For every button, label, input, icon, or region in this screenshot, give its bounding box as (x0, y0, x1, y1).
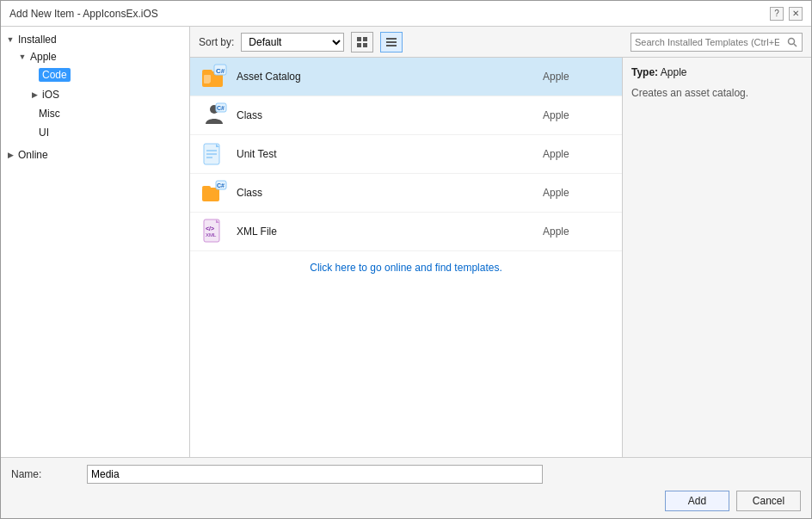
template-name: XML File (237, 226, 543, 238)
template-row[interactable]: Unit Test Apple (190, 135, 622, 174)
action-row: Add Cancel (11, 491, 801, 511)
template-content: C# Asset Catalog Apple (190, 58, 811, 457)
template-icon-unit-test (200, 140, 228, 168)
template-icon-class1: C# (200, 102, 228, 129)
installed-label: Installed (18, 34, 57, 46)
svg-rect-13 (204, 75, 211, 83)
template-name: Class (237, 187, 543, 199)
svg-line-8 (794, 44, 797, 46)
add-button[interactable]: Add (665, 491, 729, 511)
close-button[interactable]: ✕ (789, 7, 803, 21)
svg-text:XML: XML (206, 232, 217, 238)
name-input[interactable] (87, 465, 543, 484)
right-panel-description: Creates an asset catalog. (631, 85, 803, 101)
title-controls: ? ✕ (770, 7, 803, 21)
list-icon (385, 36, 397, 48)
svg-text:C#: C# (217, 105, 225, 111)
sidebar-item-ios[interactable]: ▶ iOS (25, 85, 189, 104)
svg-text:C#: C# (217, 182, 225, 188)
right-panel: Type: Apple Creates an asset catalog. (622, 58, 811, 457)
sidebar: ▼ Installed ▼ Apple Code (1, 27, 190, 457)
template-row[interactable]: C# Class Apple (190, 96, 622, 135)
grid-icon (356, 36, 368, 48)
ios-label: iOS (42, 89, 59, 101)
apple-children: Code ▶ iOS Misc (25, 65, 189, 142)
svg-text:</>: </> (206, 226, 214, 232)
apple-toggle: ▼ (16, 51, 28, 63)
sidebar-item-code[interactable]: Code (25, 65, 189, 85)
help-button[interactable]: ? (770, 7, 784, 21)
sidebar-item-misc[interactable]: Misc (25, 104, 189, 123)
title-bar: Add New Item - AppIconsEx.iOS ? ✕ (1, 1, 811, 27)
name-label: Name: (11, 468, 80, 480)
svg-rect-4 (386, 38, 397, 40)
dialog-body: ▼ Installed ▼ Apple Code (1, 27, 811, 457)
installed-toggle: ▼ (4, 34, 16, 46)
template-row[interactable]: C# Asset Catalog Apple (190, 58, 622, 96)
template-row[interactable]: </> XML XML File Apple (190, 213, 622, 251)
svg-rect-6 (386, 45, 397, 46)
svg-rect-0 (357, 37, 361, 41)
ui-label: UI (39, 127, 49, 139)
svg-rect-1 (363, 37, 367, 41)
misc-label: Misc (39, 108, 60, 120)
template-source: Apple (543, 71, 612, 83)
search-icon[interactable] (783, 33, 802, 52)
svg-rect-23 (202, 188, 219, 201)
apple-label: Apple (30, 51, 57, 63)
sidebar-item-apple[interactable]: ▼ Apple Code ▶ (13, 47, 189, 144)
svg-rect-24 (202, 186, 211, 189)
right-panel-type: Type: Apple (631, 66, 803, 78)
sidebar-item-online[interactable]: ▶ Online (1, 145, 189, 164)
svg-rect-5 (386, 41, 397, 43)
template-source: Apple (543, 187, 612, 199)
svg-rect-2 (357, 43, 361, 47)
template-icon-asset-catalog: C# (200, 63, 228, 90)
online-link[interactable]: Click here to go online and find templat… (310, 262, 501, 274)
template-source: Apple (543, 148, 612, 160)
search-box (631, 33, 803, 52)
svg-rect-10 (202, 70, 212, 73)
online-label: Online (18, 149, 48, 161)
view-list-button[interactable] (380, 32, 403, 53)
installed-children: ▼ Apple Code ▶ (13, 47, 189, 144)
template-name: Class (237, 109, 543, 121)
toolbar: Sort by: Default Name Type (190, 27, 811, 58)
svg-rect-3 (363, 43, 367, 47)
sort-dropdown[interactable]: Default Name Type (241, 33, 344, 52)
template-source: Apple (543, 109, 612, 121)
online-link-row: Click here to go online and find templat… (190, 251, 622, 284)
template-name: Unit Test (237, 148, 543, 160)
bottom-bar: Name: Add Cancel (1, 457, 811, 518)
view-grid-button[interactable] (351, 32, 373, 53)
template-source: Apple (543, 226, 612, 238)
template-list: C# Asset Catalog Apple (190, 58, 622, 457)
dialog-title: Add New Item - AppIconsEx.iOS (9, 8, 158, 20)
svg-point-7 (789, 38, 795, 44)
template-name: Asset Catalog (237, 71, 543, 83)
type-label: Type: (631, 66, 658, 78)
template-icon-xml: </> XML (200, 218, 228, 245)
dialog: Add New Item - AppIconsEx.iOS ? ✕ ▼ Inst… (0, 0, 812, 519)
code-label: Code (39, 68, 71, 82)
sidebar-item-installed[interactable]: ▼ Installed ▼ Apple Code (1, 30, 189, 145)
online-toggle: ▶ (4, 149, 16, 161)
sort-label: Sort by: (199, 36, 234, 48)
template-icon-class2: C# (200, 179, 228, 207)
type-value: Apple (661, 66, 687, 78)
name-row: Name: (11, 465, 801, 484)
svg-text:C#: C# (216, 67, 225, 75)
ios-toggle: ▶ (28, 89, 40, 101)
cancel-button[interactable]: Cancel (736, 491, 801, 511)
sidebar-item-ui[interactable]: UI (25, 123, 189, 142)
search-input[interactable] (631, 34, 783, 51)
main-area: Sort by: Default Name Type (190, 27, 811, 457)
template-row[interactable]: C# Class Apple (190, 174, 622, 213)
